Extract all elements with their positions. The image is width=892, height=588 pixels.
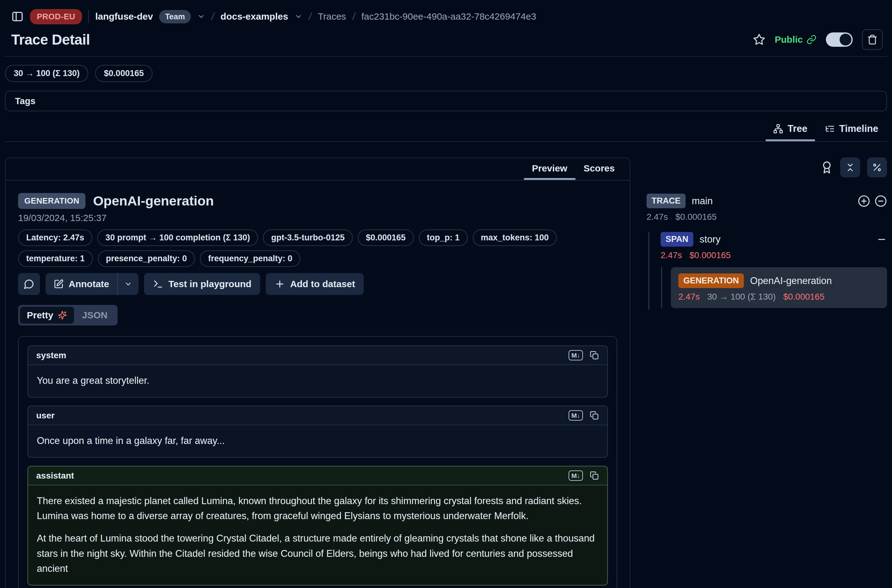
breadcrumb-divider (88, 10, 89, 23)
playground-label: Test in playground (168, 279, 251, 290)
bookmark-star-button[interactable] (753, 33, 765, 46)
annotate-split-button: Annotate (45, 273, 138, 295)
breadcrumb-separator: / (308, 10, 312, 22)
add-to-dataset-button[interactable]: Add to dataset (266, 273, 363, 295)
comment-button[interactable] (18, 273, 40, 295)
message-tools: M↓ (569, 410, 599, 421)
tree-node-generation-selected[interactable]: GENERATION OpenAI-generation 2.47s 30 → … (671, 267, 887, 308)
message-tools: M↓ (569, 350, 599, 360)
annotate-button[interactable]: Annotate (45, 273, 117, 295)
minus-icon[interactable] (876, 234, 887, 245)
panel-left-icon (11, 10, 24, 23)
public-label: Public (775, 34, 803, 45)
chevron-down-icon[interactable] (197, 12, 205, 21)
presence-penalty-badge: presence_penalty: 0 (98, 250, 195, 267)
tree-children: SPAN story 2.47s $0.000165 GENERATION Op… (649, 232, 887, 310)
header-divider (5, 56, 887, 57)
public-share-link[interactable]: Public (775, 34, 817, 45)
chevron-down-icon[interactable] (294, 12, 303, 21)
generation-name: OpenAI-generation (750, 275, 832, 286)
generation-stats: 2.47s 30 → 100 (Σ 130) $0.000165 (678, 292, 880, 302)
tree-node-trace[interactable]: TRACE main (647, 194, 887, 208)
breadcrumb-section[interactable]: Traces (318, 11, 346, 22)
generation-tokens: 30 → 100 (Σ 130) (707, 292, 776, 302)
tree-node-span[interactable]: SPAN story (661, 232, 887, 247)
breadcrumb-trace-id: fac231bc-90ee-490a-aa32-78c4269474e3 (362, 11, 536, 22)
message-tools: M↓ (569, 471, 599, 481)
copy-icon (590, 351, 599, 360)
trace-name: main (692, 195, 713, 207)
annotate-dropdown-button[interactable] (118, 273, 138, 295)
temperature-badge: temperature: 1 (18, 250, 93, 267)
tab-scores[interactable]: Scores (575, 158, 623, 180)
comment-icon (24, 279, 34, 290)
plus-circle-icon[interactable] (858, 195, 870, 207)
markdown-toggle-icon[interactable]: M↓ (569, 350, 583, 360)
copy-button[interactable] (590, 351, 599, 360)
tree-icon (773, 124, 783, 134)
percent-icon (872, 162, 882, 172)
delete-trace-button[interactable] (862, 29, 883, 50)
annotate-label: Annotate (69, 279, 109, 290)
breadcrumb: PROD-EU langfuse-dev Team / docs-example… (5, 0, 887, 25)
span-children: GENERATION OpenAI-generation 2.47s 30 → … (661, 267, 887, 308)
breadcrumb-org[interactable]: langfuse-dev (95, 11, 153, 22)
tab-tree[interactable]: Tree (766, 119, 815, 141)
environment-badge[interactable]: PROD-EU (30, 9, 82, 24)
sparkles-icon (58, 310, 67, 320)
messages-container: system M↓ You are a great storyteller. u… (18, 336, 617, 588)
assistant-paragraph: At the heart of Lumina stood the towerin… (37, 531, 599, 576)
tree-zoom-controls (858, 195, 887, 207)
span-latency: 2.47s (661, 250, 682, 260)
trace-stats: 2.47s $0.000165 (647, 212, 887, 222)
span-stats: 2.47s $0.000165 (661, 250, 887, 260)
format-toggle: Pretty JSON (18, 305, 117, 326)
markdown-toggle-icon[interactable]: M↓ (569, 410, 583, 421)
span-type-badge: SPAN (661, 232, 693, 247)
cost-badge: $0.000165 (358, 230, 414, 246)
breadcrumb-separator: / (210, 10, 215, 22)
message-header: user M↓ (28, 406, 607, 425)
observation-timestamp: 19/03/2024, 15:25:37 (18, 213, 617, 223)
org-plan-badge: Team (159, 10, 191, 23)
chevron-down-icon (124, 280, 132, 288)
collapse-all-button[interactable] (840, 158, 860, 177)
tab-preview[interactable]: Preview (524, 158, 575, 180)
message-role: system (36, 350, 66, 360)
trace-summary-badges: 30 → 100 (Σ 130) $0.000165 (5, 65, 887, 82)
panel-tabs: Preview Scores (6, 158, 630, 180)
message-content: Once upon a time in a galaxy far, far aw… (28, 425, 607, 457)
format-pretty-button[interactable]: Pretty (20, 307, 74, 324)
copy-button[interactable] (590, 411, 599, 420)
generation-cost: $0.000165 (783, 292, 824, 302)
max-tokens-badge: max_tokens: 100 (473, 230, 557, 246)
message-content: You are a great storyteller. (28, 365, 607, 397)
view-tabs: Tree Timeline (5, 119, 887, 142)
terminal-icon (153, 279, 164, 290)
tags-container[interactable]: Tags (5, 91, 887, 111)
minus-circle-icon[interactable] (874, 195, 887, 207)
test-in-playground-button[interactable]: Test in playground (144, 273, 260, 295)
edit-icon (54, 279, 64, 289)
page-header: Trace Detail Public (5, 25, 887, 50)
message-user: user M↓ Once upon a time in a galaxy far… (27, 406, 608, 458)
model-badge: gpt-3.5-turbo-0125 (263, 230, 353, 246)
tab-timeline-label: Timeline (839, 123, 878, 134)
markdown-toggle-icon[interactable]: M↓ (569, 471, 583, 481)
message-role: assistant (36, 471, 74, 481)
public-toggle[interactable] (826, 32, 853, 47)
span-name: story (700, 234, 721, 245)
scores-award-button[interactable] (820, 161, 833, 174)
tab-timeline[interactable]: Timeline (817, 119, 886, 141)
cost-badge: $0.000165 (95, 65, 153, 82)
sidebar-toggle-button[interactable] (11, 10, 24, 23)
breadcrumb-project[interactable]: docs-examples (221, 11, 288, 22)
format-json-button[interactable]: JSON (74, 307, 116, 324)
generation-type-badge: GENERATION (678, 273, 744, 288)
message-assistant: assistant M↓ There existed a majestic pl… (27, 466, 608, 585)
trace-type-badge: TRACE (647, 194, 686, 208)
generation-latency: 2.47s (678, 292, 700, 302)
copy-button[interactable] (590, 471, 599, 480)
toggle-metrics-button[interactable] (867, 158, 887, 177)
message-system: system M↓ You are a great storyteller. (27, 345, 608, 398)
